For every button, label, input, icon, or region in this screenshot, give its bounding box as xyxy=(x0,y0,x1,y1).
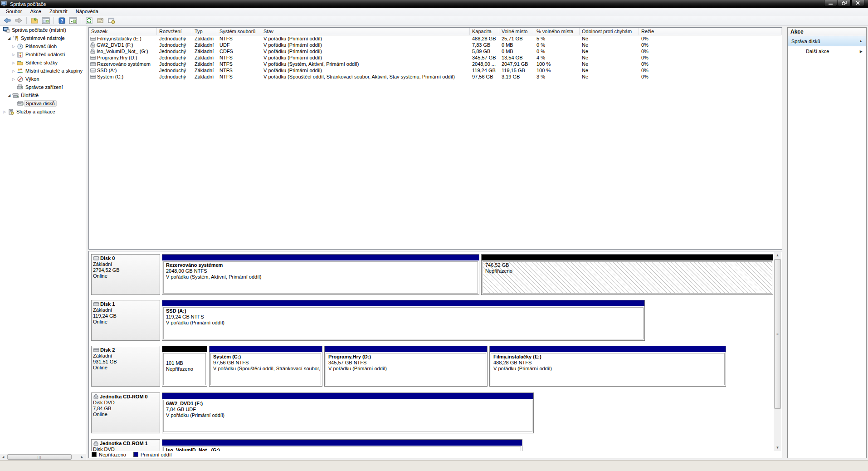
scrollbar-thumb[interactable]: ||| xyxy=(7,454,72,460)
volume-fault-tolerance: Ne xyxy=(580,67,639,74)
expanded-triangle-icon[interactable]: ◢ xyxy=(6,93,12,98)
tree-item-disk-management[interactable]: Správa disků xyxy=(0,99,86,108)
scroll-left-icon[interactable]: ◄ xyxy=(0,454,6,460)
console-window-icon[interactable] xyxy=(41,16,51,25)
partition-unallocated[interactable]: 101 MB Nepřiřazeno xyxy=(162,346,207,387)
refresh-icon[interactable] xyxy=(84,16,94,25)
tree-item-label: Správa počítače (místní) xyxy=(12,27,66,33)
volume-row[interactable]: GW2_DVD1 (F:) Jednoduchý Základní UDF V … xyxy=(89,42,782,48)
drive-volume-icon xyxy=(90,68,96,73)
collapsed-triangle-icon[interactable]: ▷ xyxy=(11,53,16,57)
more-actions-item[interactable]: Další akce ▶ xyxy=(788,46,866,56)
expanded-triangle-icon[interactable]: ◢ xyxy=(6,36,12,40)
volume-fault-tolerance: Ne xyxy=(580,74,639,80)
main-area: Správa počítače (místní) ◢ Systémové nás… xyxy=(0,26,868,460)
volume-row[interactable]: SSD (A:) Jednoduchý Základní NTFS V pořá… xyxy=(89,67,782,74)
collapsed-triangle-icon[interactable]: ▷ xyxy=(11,69,16,73)
tree-item-performance[interactable]: ▷ Výkon xyxy=(0,75,86,83)
tree-item-event-viewer[interactable]: ▷ Prohlížeč událostí xyxy=(0,50,86,59)
column-header-system-souboru[interactable]: Systém souborů xyxy=(217,28,261,35)
scrollbar-thumb[interactable]: ≡ xyxy=(774,259,781,409)
volume-type: Základní xyxy=(192,35,217,42)
cdrom1-label[interactable]: Jednotka CD-ROM 1 Disk DVD xyxy=(91,439,160,451)
graph-vertical-scrollbar[interactable]: ▲ ≡ ▼ xyxy=(774,252,781,451)
menu-zobrazit[interactable]: Zobrazit xyxy=(45,8,72,15)
show-console-tree-icon[interactable] xyxy=(29,16,39,25)
partition-iso-volumid-g[interactable]: Iso_VolumID_Not_ (G:) xyxy=(162,439,522,451)
restore-button[interactable] xyxy=(838,0,851,6)
collapsed-triangle-icon[interactable]: ▷ xyxy=(2,110,7,114)
partition-gw2-dvd1-f[interactable]: GW2_DVD1 (F:) 7,84 GB UDF V pořádku (Pri… xyxy=(162,392,534,433)
partition-unallocated[interactable]: 746,52 GB Nepřiřazeno xyxy=(481,254,773,295)
volume-overhead: 0% xyxy=(639,54,782,61)
volume-row[interactable]: Rezervováno systémem Jednoduchý Základní… xyxy=(89,61,782,67)
volume-free: 0 MB xyxy=(499,48,534,54)
collapsed-triangle-icon[interactable]: ▷ xyxy=(11,77,16,81)
column-header-rozvrzeni[interactable]: Rozvržení xyxy=(157,28,192,35)
partition-ssd[interactable]: SSD (A:) 119,24 GB NTFS V pořádku (Primá… xyxy=(162,300,645,341)
disk-row-disk0: Disk 0 Základní 2794,52 GB Online Rezerv… xyxy=(91,254,773,295)
disk0-label[interactable]: Disk 0 Základní 2794,52 GB Online xyxy=(91,254,160,295)
volume-capacity: 2048,00 ... xyxy=(470,61,499,67)
volume-type: Základní xyxy=(192,42,217,48)
help-icon[interactable]: ? xyxy=(57,16,67,25)
column-header-volne-misto[interactable]: Volné místo xyxy=(499,28,534,35)
svg-text:?: ? xyxy=(60,18,63,23)
collapsed-triangle-icon[interactable]: ▷ xyxy=(11,61,16,65)
cdrom0-label[interactable]: Jednotka CD-ROM 0 Disk DVD 7,84 GB Onlin… xyxy=(91,392,160,433)
column-header-rezie[interactable]: Režie xyxy=(639,28,782,35)
drive-volume-icon xyxy=(90,55,96,60)
clock-icon xyxy=(16,43,24,49)
menu-akce[interactable]: Akce xyxy=(26,8,45,15)
volume-row[interactable]: Systém (C:) Jednoduchý Základní NTFS V p… xyxy=(89,74,782,80)
tree-item-computer-management[interactable]: Správa počítače (místní) xyxy=(0,26,86,34)
forward-icon[interactable] xyxy=(14,16,24,25)
actions-section-disk-management[interactable]: Správa disků ▲ xyxy=(788,36,866,46)
volume-row[interactable]: Programy,Hry (D:) Jednoduchý Základní NT… xyxy=(89,54,782,61)
partition-system-reserved[interactable]: Rezervováno systémem 2048,00 GB NTFS V p… xyxy=(162,254,479,295)
column-header-typ[interactable]: Typ xyxy=(192,28,217,35)
disk2-label[interactable]: Disk 2 Základní 931,51 GB Online xyxy=(91,346,160,387)
primary-partition-stripe xyxy=(162,440,522,446)
column-header-pct-volneho-mista[interactable]: % volného místa xyxy=(534,28,580,35)
close-button[interactable] xyxy=(851,0,864,6)
scroll-down-icon[interactable]: ▼ xyxy=(774,444,781,451)
collapse-section-icon[interactable]: ▲ xyxy=(859,39,863,43)
properties-icon[interactable] xyxy=(95,16,105,25)
volume-capacity: 5,89 GB xyxy=(470,48,499,54)
collapsed-triangle-icon[interactable]: ▷ xyxy=(11,44,16,49)
partition-programy-hry-d[interactable]: Programy,Hry (D:) 345,57 GB NTFS V pořád… xyxy=(324,346,488,387)
minimize-button[interactable] xyxy=(824,0,837,6)
scroll-right-icon[interactable]: ► xyxy=(79,454,85,460)
column-header-odolnost[interactable]: Odolnost proti chybám xyxy=(580,28,639,35)
menu-soubor[interactable]: Soubor xyxy=(2,8,26,15)
volume-row[interactable]: Iso_VolumID_Not_ (G:) Jednoduchý Základn… xyxy=(89,48,782,54)
tree-item-local-users-groups[interactable]: ▷ Místní uživatelé a skupiny xyxy=(0,67,86,75)
disk-actions-icon[interactable] xyxy=(107,16,117,25)
column-header-kapacita[interactable]: Kapacita xyxy=(470,28,499,35)
volume-row[interactable]: Filmy,instalačky (E:) Jednoduchý Základn… xyxy=(89,35,782,42)
drive-icon xyxy=(93,302,99,307)
tree-item-services-applications[interactable]: ▷ Služby a aplikace xyxy=(0,108,86,116)
column-header-stav[interactable]: Stav xyxy=(261,28,470,35)
column-header-svazek[interactable]: Svazek xyxy=(89,28,157,35)
disk-row-cdrom1: Jednotka CD-ROM 1 Disk DVD Iso_VolumID_N… xyxy=(91,439,522,451)
tree-item-shared-folders[interactable]: ▷ Sdílené složky xyxy=(0,59,86,67)
tree-item-system-tools[interactable]: ◢ Systémové nástroje xyxy=(0,34,86,42)
menu-napoveda[interactable]: Nápověda xyxy=(72,8,102,15)
unallocated-stripe xyxy=(482,255,773,260)
scroll-up-icon[interactable]: ▲ xyxy=(774,252,781,259)
volume-overhead: 0% xyxy=(639,61,782,67)
cd-drive-icon xyxy=(93,441,99,446)
tree-horizontal-scrollbar[interactable]: ◄ ||| ► xyxy=(0,454,86,460)
back-icon[interactable] xyxy=(2,16,12,25)
shared-folders-icon xyxy=(16,59,24,66)
tree-item-task-scheduler[interactable]: ▷ Plánovač úloh xyxy=(0,42,86,50)
partition-system-c[interactable]: Systém (C:) 97,56 GB NTFS V pořádku (Spo… xyxy=(209,346,322,387)
disk1-label[interactable]: Disk 1 Základní 119,24 GB Online xyxy=(91,300,160,341)
partition-filmy-instalacky-e[interactable]: Filmy,instalačky (E:) 488,28 GB NTFS V p… xyxy=(489,346,726,387)
tree-item-storage[interactable]: ◢ Úložiště xyxy=(0,91,86,99)
tree-item-device-manager[interactable]: Správce zařízení xyxy=(0,83,86,91)
show-action-pane-icon[interactable] xyxy=(68,16,78,25)
volume-status: V pořádku (Systém, Aktivní, Primární odd… xyxy=(261,61,470,67)
